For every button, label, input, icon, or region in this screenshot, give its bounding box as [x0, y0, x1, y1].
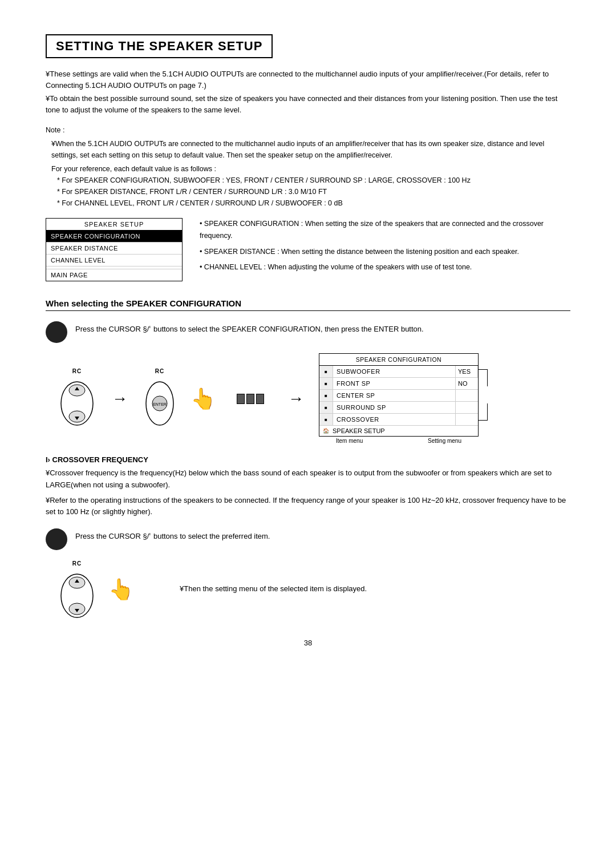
cm-label-subwoofer: SUBWOOFER — [333, 366, 455, 377]
remote-cursor-svg — [57, 378, 97, 429]
cm-row-crossover: ■ CROSSOVER — [319, 414, 478, 426]
crossover-heading: I› CROSSOVER FREQUENCY — [46, 455, 570, 464]
item-setting-labels: Item menu Setting menu — [319, 438, 479, 444]
desc-item-1: SPEAKER CONFIGURATION : When setting the… — [200, 218, 570, 243]
hand-pointer-icon-2: 👆 — [108, 560, 134, 601]
rc-label-3: RC — [72, 560, 82, 567]
remote-enter-svg: ENTER — [143, 378, 177, 429]
item-menu-label: Item menu — [336, 438, 363, 444]
cm-value-surroundsp — [455, 402, 478, 413]
note-line-3: * For SPEAKER CONFIGURATION, SUBWOOFER :… — [57, 175, 570, 186]
note-block: Note : ¥When the 5.1CH AUDIO OUTPUTs are… — [46, 124, 570, 209]
cm-value-no: NO — [455, 378, 478, 389]
step-1-text: Press the CURSOR §/ˈ buttons to select t… — [75, 320, 570, 336]
menu-item-speaker-distance: SPEAKER DISTANCE — [46, 243, 182, 255]
menu-item-channel-level: CHANNEL LEVEL — [46, 255, 182, 266]
remote-group-1: RC — [57, 368, 97, 429]
crossover-section: I› CROSSOVER FREQUENCY ¥Crossover freque… — [46, 455, 570, 518]
desc-item-2: SPEAKER DISTANCE : When setting the dist… — [200, 246, 570, 258]
cm-label-crossover: CROSSOVER — [333, 414, 455, 425]
intro-line-2: ¥To obtain the best possible surround so… — [46, 93, 570, 115]
arrow-right-2: → — [285, 390, 307, 408]
page-number: 38 — [46, 639, 570, 647]
cm-icon-centersp: ■ — [319, 390, 333, 401]
note-line-2: For your reference, each default value i… — [51, 163, 570, 175]
cm-value-crossover — [455, 414, 478, 425]
desc-item-3: CHANNEL LEVEL : When adjusting the volum… — [200, 261, 570, 273]
remote-cursor-2-svg — [57, 570, 97, 621]
note-title: Note : — [46, 124, 570, 136]
cm-footer-label: SPEAKER SETUP — [333, 427, 385, 434]
cm-footer-icon: 🏠 — [323, 428, 329, 434]
step-2-row: Press the CURSOR §/ˈ buttons to select t… — [46, 527, 570, 550]
step-1-circle — [46, 321, 67, 343]
step-1-row: Press the CURSOR §/ˈ buttons to select t… — [46, 320, 570, 343]
setting-menu-label: Setting menu — [428, 438, 461, 444]
intro-section: ¥These settings are valid when the 5.1CH… — [46, 68, 570, 115]
page-title: SETTING THE SPEAKER SETUP — [46, 34, 273, 58]
cm-row-surroundsp: ■ SURROUND SP — [319, 402, 478, 414]
arrow-right-1: → — [108, 390, 131, 408]
step-2-text: Press the CURSOR §/ˈ buttons to select t… — [75, 527, 570, 543]
speaker-config-menu: SPEAKER CONFIGURATION ■ SUBWOOFER YES ■ … — [319, 353, 479, 437]
menu-item-speaker-config: SPEAKER CONFIGURATION — [46, 231, 182, 243]
cm-icon-frontsp: ■ — [319, 378, 333, 389]
cm-row-frontsp: ■ FRONT SP NO — [319, 378, 478, 390]
rc-label-1: RC — [72, 368, 82, 374]
cm-value-centersp — [455, 390, 478, 401]
crossover-line-2: ¥Refer to the operating instructions of … — [46, 495, 570, 519]
note-line-5: * For CHANNEL LEVEL, FRONT L/R / CENTER … — [57, 197, 570, 209]
step-2-note: ¥Then the setting menu of the selected i… — [180, 560, 367, 595]
menu-item-main-page: MAIN PAGE — [46, 269, 182, 281]
config-outer: SPEAKER CONFIGURATION ■ SUBWOOFER YES ■ … — [319, 353, 488, 444]
note-line-1: ¥When the 5.1CH AUDIO OUTPUTs are connec… — [51, 138, 570, 161]
remote-group-enter: RC ENTER — [143, 368, 177, 429]
bracket-bottom — [479, 403, 488, 421]
illustration-row-2: RC 👆 ¥Then the setting menu of the selec… — [46, 560, 570, 621]
cm-row-centersp: ■ CENTER SP — [319, 390, 478, 402]
cm-icon-surroundsp: ■ — [319, 402, 333, 413]
rc-label-2: RC — [155, 368, 164, 374]
section-heading-speaker-config: When selecting the SPEAKER CONFIGURATION — [46, 298, 570, 311]
cm-icon-crossover: ■ — [319, 414, 333, 425]
bracket-lines — [479, 369, 488, 421]
cm-label-centersp: CENTER SP — [333, 390, 455, 401]
desc-block: SPEAKER CONFIGURATION : When setting the… — [200, 218, 570, 281]
remote-group-2: RC — [57, 560, 97, 621]
cm-title: SPEAKER CONFIGURATION — [319, 354, 478, 366]
intro-line-1: ¥These settings are valid when the 5.1CH… — [46, 68, 570, 91]
cm-row-subwoofer: ■ SUBWOOFER YES — [319, 366, 478, 378]
cm-icon-subwoofer: ■ — [319, 366, 333, 377]
config-with-bracket: SPEAKER CONFIGURATION ■ SUBWOOFER YES ■ … — [319, 353, 488, 437]
cm-label-frontsp: FRONT SP — [333, 378, 455, 389]
svg-text:ENTER: ENTER — [153, 402, 167, 406]
step-2-circle — [46, 528, 67, 550]
note-line-4: * For SPEAKER DISTANCE, FRONT L/R / CENT… — [57, 186, 570, 197]
cm-label-surroundsp: SURROUND SP — [333, 402, 455, 413]
display-squares — [237, 394, 264, 404]
illustration-row-1: RC → RC ENTER 👆 — [46, 353, 570, 444]
menu-desc-row: SPEAKER SETUP SPEAKER CONFIGURATION SPEA… — [46, 218, 570, 281]
bracket-top — [479, 369, 488, 386]
crossover-line-1: ¥Crossover frequency is the frequency(Hz… — [46, 467, 570, 491]
speaker-setup-menu: SPEAKER SETUP SPEAKER CONFIGURATION SPEA… — [46, 218, 183, 281]
cm-footer: 🏠 SPEAKER SETUP — [319, 426, 478, 436]
hand-pointer-icon: 👆 — [191, 387, 216, 411]
cm-value-yes: YES — [455, 366, 478, 377]
speaker-setup-menu-title: SPEAKER SETUP — [46, 219, 182, 231]
